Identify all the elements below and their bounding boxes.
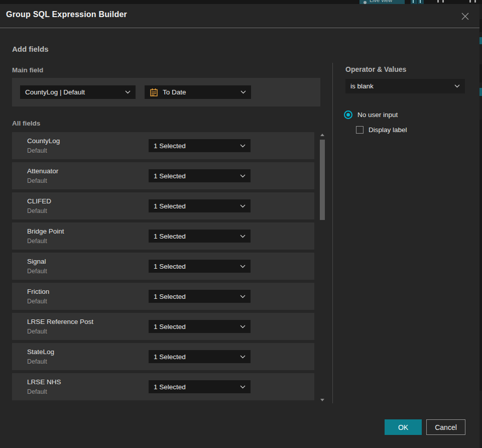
- main-field-select-value: CountyLog | Default: [25, 88, 122, 96]
- panel-divider: [332, 63, 333, 403]
- field-selection-value: 1 Selected: [154, 142, 237, 150]
- chevron-down-icon: [240, 265, 246, 268]
- chevron-down-icon: [240, 325, 246, 328]
- field-row: Attenuator Default 1 Selected: [12, 162, 314, 189]
- live-view-label: Live view: [370, 0, 392, 3]
- operator-select-value: is blank: [350, 82, 451, 90]
- field-name: Attenuator: [27, 167, 58, 175]
- no-user-input-radio[interactable]: No user input: [344, 110, 398, 119]
- field-selection-select[interactable]: 1 Selected: [149, 139, 251, 152]
- toolbar-button-fragment[interactable]: [411, 0, 417, 4]
- field-selection-select[interactable]: 1 Selected: [149, 350, 251, 363]
- field-sublabel: Default: [27, 177, 47, 184]
- scrollbar-up-arrow[interactable]: [320, 134, 324, 136]
- chevron-down-icon: [240, 385, 246, 389]
- field-row: StateLog Default 1 Selected: [12, 343, 314, 370]
- main-field-heading: Main field: [12, 66, 43, 74]
- display-label-checkbox[interactable]: Display label: [356, 126, 407, 134]
- field-sublabel: Default: [27, 388, 47, 395]
- field-name: Signal: [27, 258, 46, 265]
- field-selection-value: 1 Selected: [154, 323, 237, 330]
- group-sql-expression-builder-dialog: Group SQL Expression Builder Add fields …: [0, 4, 479, 448]
- main-field-select[interactable]: CountyLog | Default: [20, 85, 136, 99]
- field-selection-select[interactable]: 1 Selected: [149, 169, 251, 182]
- toolbar-icon-fragment: [442, 0, 444, 3]
- field-sublabel: Default: [27, 147, 47, 154]
- chevron-down-icon: [240, 204, 246, 208]
- field-selection-select[interactable]: 1 Selected: [149, 380, 251, 393]
- field-sublabel: Default: [27, 207, 47, 214]
- all-fields-heading: All fields: [12, 120, 40, 127]
- field-selection-value: 1 Selected: [154, 293, 237, 300]
- chevron-down-icon: [125, 90, 131, 94]
- chevron-down-icon: [240, 295, 246, 298]
- field-selection-select[interactable]: 1 Selected: [149, 199, 251, 212]
- field-row: Bridge Point Default 1 Selected: [12, 222, 314, 250]
- field-selection-select[interactable]: 1 Selected: [149, 260, 251, 273]
- dialog-title: Group SQL Expression Builder: [6, 10, 127, 19]
- field-row: Friction Default 1 Selected: [12, 283, 314, 310]
- field-selection-value: 1 Selected: [154, 233, 237, 240]
- background-fragment: [479, 19, 482, 32]
- checkbox-icon: [356, 126, 364, 134]
- cancel-button[interactable]: Cancel: [426, 419, 465, 435]
- toolbar-icon-fragment: [469, 0, 471, 3]
- field-selection-value: 1 Selected: [154, 383, 237, 391]
- chevron-down-icon: [240, 174, 246, 178]
- toolbar-icon-fragment: [437, 0, 439, 3]
- field-sublabel: Default: [27, 298, 47, 305]
- field-row: CountyLog Default 1 Selected: [12, 132, 314, 159]
- scrollbar-thumb[interactable]: [320, 140, 325, 220]
- toolbar-button-fragment[interactable]: [418, 0, 424, 4]
- field-name: CountyLog: [27, 137, 60, 145]
- field-row: CLIFED Default 1 Selected: [12, 192, 314, 219]
- background-right-strip: [479, 4, 482, 448]
- field-sublabel: Default: [27, 358, 47, 365]
- field-sublabel: Default: [27, 238, 47, 245]
- field-selection-value: 1 Selected: [154, 202, 237, 210]
- chevron-down-icon: [240, 90, 246, 94]
- field-selection-select[interactable]: 1 Selected: [149, 320, 251, 333]
- operator-select[interactable]: is blank: [345, 79, 465, 93]
- scrollbar-down-arrow[interactable]: [320, 399, 324, 401]
- field-name: StateLog: [27, 348, 54, 356]
- screen: Live view Group SQL Expression Builder A…: [0, 0, 482, 448]
- field-name: LRSE Reference Post: [27, 318, 93, 325]
- field-row: Signal Default 1 Selected: [12, 253, 314, 280]
- field-selection-select[interactable]: 1 Selected: [149, 230, 251, 243]
- background-fragment: [479, 37, 482, 44]
- live-view-button[interactable]: Live view: [359, 0, 405, 4]
- display-label-label: Display label: [369, 126, 407, 134]
- no-user-input-label: No user input: [357, 111, 398, 119]
- main-field-type-value: To Date: [163, 88, 237, 96]
- field-selection-select[interactable]: 1 Selected: [149, 290, 251, 303]
- background-toolbar-strip: Live view: [0, 0, 482, 4]
- chevron-down-icon: [240, 144, 246, 148]
- field-row: LRSE NHS Default 1 Selected: [12, 373, 314, 400]
- calendar-icon: [150, 88, 158, 97]
- field-sublabel: Default: [27, 268, 47, 275]
- close-icon[interactable]: [458, 9, 472, 23]
- chevron-down-icon: [240, 355, 246, 359]
- background-fragment: [479, 120, 482, 391]
- field-name: Friction: [27, 288, 49, 295]
- main-field-box: CountyLog | Default To Date: [12, 78, 320, 106]
- field-selection-value: 1 Selected: [154, 353, 237, 361]
- field-sublabel: Default: [27, 328, 47, 335]
- field-selection-value: 1 Selected: [154, 172, 237, 180]
- background-fragment: [479, 88, 482, 96]
- add-fields-heading: Add fields: [12, 45, 49, 53]
- chevron-down-icon: [240, 235, 246, 238]
- ok-button[interactable]: OK: [385, 419, 422, 435]
- title-divider: [0, 28, 479, 28]
- operator-values-heading: Operator & Values: [345, 65, 406, 73]
- field-name: Bridge Point: [27, 228, 64, 235]
- chevron-down-icon: [454, 84, 460, 88]
- main-field-type-select[interactable]: To Date: [145, 85, 251, 99]
- radio-icon: [344, 110, 352, 119]
- toolbar-icon-fragment: [474, 0, 476, 3]
- field-row: LRSE Reference Post Default 1 Selected: [12, 313, 314, 340]
- field-selection-value: 1 Selected: [154, 263, 237, 270]
- field-name: CLIFED: [27, 197, 51, 205]
- field-name: LRSE NHS: [27, 378, 61, 386]
